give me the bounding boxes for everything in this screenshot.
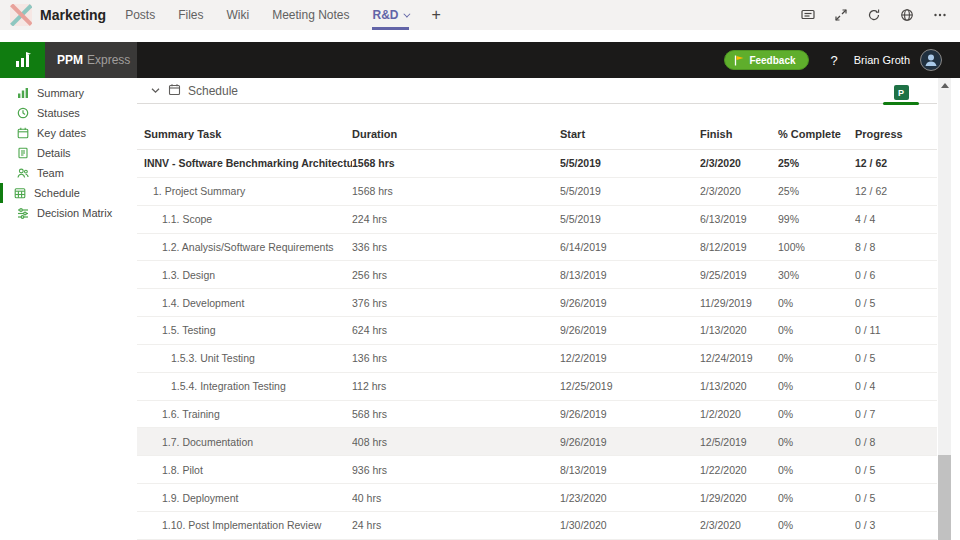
task-cell: 1.7. Documentation [144,436,352,448]
tab-r-d[interactable]: R&D [372,0,409,30]
column-header-summary-task[interactable]: Summary Task [144,128,352,149]
complete-cell: 100% [778,241,855,253]
column-header--complete[interactable]: % Complete [778,128,855,149]
table-row[interactable]: 1.9. Deployment 40 hrs 1/23/2020 1/29/20… [137,484,937,512]
sidebar-item-label: Key dates [37,127,86,139]
start-cell: 6/14/2019 [560,241,700,253]
duration-cell: 376 hrs [352,297,560,309]
app-name-secondary: Express [87,53,130,67]
statuses-icon [17,107,29,119]
progress-cell: 0 / 7 [855,408,937,420]
table-row[interactable]: 1.5.3. Unit Testing 136 hrs 12/2/2019 12… [137,345,937,373]
vertical-scrollbar[interactable] [938,78,951,540]
left-sidebar: Summary Statuses Key dates Details Team … [0,78,137,540]
column-header-start[interactable]: Start [560,128,700,149]
ppm-chart-icon [14,52,32,68]
user-avatar[interactable] [920,49,942,71]
sidebar-item-key-dates[interactable]: Key dates [0,123,137,143]
ppm-home-button[interactable] [0,42,45,78]
tab-files[interactable]: Files [177,0,204,30]
tab-label: R&D [373,8,399,22]
sidebar-item-decision-matrix[interactable]: Decision Matrix [0,203,137,223]
complete-cell: 0% [778,408,855,420]
sidebar-item-details[interactable]: Details [0,143,137,163]
user-name: Brian Groth [854,54,910,66]
task-cell: INNV - Software Benchmarking Architectur… [144,157,352,169]
finish-cell: 9/25/2019 [700,269,778,281]
start-cell: 9/26/2019 [560,297,700,309]
sidebar-item-statuses[interactable]: Statuses [0,103,137,123]
sidebar-item-team[interactable]: Team [0,163,137,183]
table-row[interactable]: 1.5.4. Integration Testing 112 hrs 12/25… [137,373,937,401]
duration-cell: 1568 hrs [352,157,560,169]
expand-icon[interactable] [833,7,849,23]
collapse-chevron-icon[interactable] [150,82,161,100]
progress-cell: 0 / 5 [855,464,937,476]
duration-cell: 624 hrs [352,324,560,336]
sidebar-item-schedule[interactable]: Schedule [0,183,137,203]
sidebar-item-summary[interactable]: Summary [0,83,137,103]
table-row[interactable]: 1.6. Training 568 hrs 9/26/2019 1/2/2020… [137,401,937,429]
chat-icon[interactable] [800,7,816,23]
column-header-progress[interactable]: Progress [855,128,937,149]
column-header-duration[interactable]: Duration [352,128,560,149]
tab-posts[interactable]: Posts [124,0,156,30]
help-button[interactable]: ? [831,53,838,68]
table-row[interactable]: 1.1. Scope 224 hrs 5/5/2019 6/13/2019 99… [137,206,937,234]
table-row[interactable]: 1.3. Design 256 hrs 8/13/2019 9/25/2019 … [137,261,937,289]
task-cell: 1.4. Development [144,297,352,309]
finish-cell: 1/22/2020 [700,464,778,476]
feedback-button[interactable]: Feedback [724,50,808,70]
schedule-calendar-icon [14,187,26,199]
add-tab-button[interactable]: + [432,6,441,24]
task-cell: 1.1. Scope [144,213,352,225]
schedule-table-body: INNV - Software Benchmarking Architectur… [137,150,937,540]
task-cell: 1.5.3. Unit Testing [144,352,352,364]
finish-cell: 8/12/2019 [700,241,778,253]
duration-cell: 224 hrs [352,213,560,225]
tab-label: Posts [125,8,155,22]
tab-meeting-notes[interactable]: Meeting Notes [271,0,350,30]
table-row[interactable]: 1.2. Analysis/Software Requirements 336 … [137,234,937,262]
progress-cell: 12 / 62 [855,185,937,197]
ppm-express-app-bar: PPM Express Feedback ? Brian Groth [0,42,960,78]
main-area: Summary Statuses Key dates Details Team … [0,78,960,540]
team-avatar[interactable] [10,4,32,26]
duration-cell: 40 hrs [352,492,560,504]
ms-project-view-tab[interactable]: P [883,81,919,104]
scrollbar-thumb[interactable] [938,455,951,540]
team-name: Marketing [40,7,106,23]
task-cell: 1.10. Post Implementation Review [144,519,352,531]
tab-wiki[interactable]: Wiki [225,0,250,30]
more-icon[interactable] [932,7,948,23]
channel-tabs: Posts Files Wiki Meeting Notes R&D [124,0,429,30]
progress-cell: 0 / 5 [855,352,937,364]
progress-cell: 0 / 5 [855,297,937,309]
start-cell: 8/13/2019 [560,269,700,281]
progress-cell: 0 / 3 [855,519,937,531]
globe-icon[interactable] [899,7,915,23]
scroll-up-arrow-icon[interactable] [941,83,949,88]
progress-cell: 12 / 62 [855,157,937,169]
table-row[interactable]: 1.4. Development 376 hrs 9/26/2019 11/29… [137,289,937,317]
complete-cell: 0% [778,297,855,309]
duration-cell: 408 hrs [352,436,560,448]
table-row[interactable]: 1.10. Post Implementation Review 24 hrs … [137,512,937,540]
ms-project-icon: P [894,85,909,100]
progress-cell: 0 / 4 [855,380,937,392]
section-title: Schedule [188,84,238,98]
table-row[interactable]: 1. Project Summary 1568 hrs 5/5/2019 2/3… [137,178,937,206]
table-row[interactable]: INNV - Software Benchmarking Architectur… [137,150,937,178]
table-row[interactable]: 1.7. Documentation 408 hrs 9/26/2019 12/… [137,428,937,456]
refresh-icon[interactable] [866,7,882,23]
finish-cell: 6/13/2019 [700,213,778,225]
finish-cell: 1/2/2020 [700,408,778,420]
table-row[interactable]: 1.8. Pilot 936 hrs 8/13/2019 1/22/2020 0… [137,456,937,484]
duration-cell: 136 hrs [352,352,560,364]
app-title: PPM Express [45,42,137,78]
table-row[interactable]: 1.5. Testing 624 hrs 9/26/2019 1/13/2020… [137,317,937,345]
tab-label: Files [178,8,203,22]
task-cell: 1.2. Analysis/Software Requirements [144,241,352,253]
key-dates-icon [17,127,29,139]
column-header-finish[interactable]: Finish [700,128,778,149]
